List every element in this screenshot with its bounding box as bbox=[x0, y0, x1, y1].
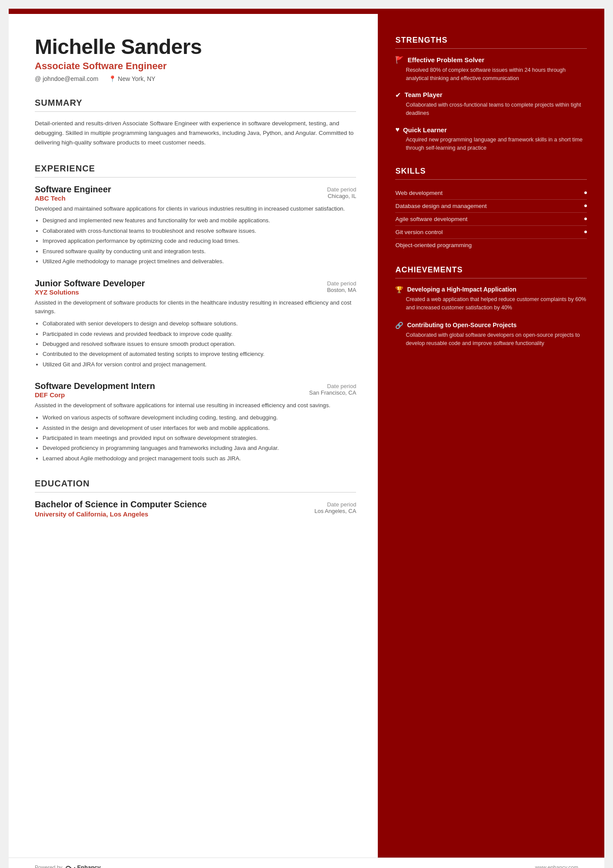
header-contact: @ johndoe@email.com 📍 New York, NY bbox=[35, 75, 356, 82]
job-1-title-block: Software Engineer ABC Tech bbox=[35, 184, 111, 202]
job-2-title: Junior Software Developer bbox=[35, 278, 145, 288]
strength-2-title: Team Player bbox=[404, 90, 442, 99]
experience-divider bbox=[35, 177, 356, 178]
job-1-desc: Developed and maintained software applic… bbox=[35, 204, 356, 214]
enhancv-icon bbox=[66, 865, 75, 868]
job-2-bullet-1: Collaborated with senior developers to d… bbox=[43, 319, 356, 328]
skill-item-4: Git version control bbox=[395, 226, 587, 239]
job-2-bullet-3: Debugged and resolved software issues to… bbox=[43, 339, 356, 349]
job-3-meta: Date period San Francisco, CA bbox=[309, 381, 356, 396]
skill-1-label: Web development bbox=[395, 190, 443, 196]
experience-section: EXPERIENCE Software Engineer ABC Tech Da… bbox=[35, 164, 356, 463]
skills-title: SKILLS bbox=[395, 167, 587, 176]
job-3-bullets: Worked on various aspects of software de… bbox=[35, 413, 356, 463]
job-2-date: Date period bbox=[327, 280, 356, 287]
skill-item-3: Agile software development bbox=[395, 213, 587, 226]
job-3-header: Software Development Intern DEF Corp Dat… bbox=[35, 381, 356, 399]
job-2-desc: Assisted in the development of software … bbox=[35, 298, 356, 317]
powered-by-label: Powered by bbox=[35, 865, 62, 868]
job-2-bullet-4: Contributed to the development of automa… bbox=[43, 349, 356, 359]
achievements-divider bbox=[395, 278, 587, 278]
education-section: EDUCATION Bachelor of Science in Compute… bbox=[35, 479, 356, 518]
summary-text: Detail-oriented and results-driven Assoc… bbox=[35, 119, 356, 148]
strengths-divider bbox=[395, 48, 587, 49]
achievement-1-title-row: 🏆 Developing a High-Impact Application bbox=[395, 285, 587, 294]
opensource-icon: 🔗 bbox=[395, 322, 403, 329]
left-column: Michelle Sanders Associate Software Engi… bbox=[9, 14, 378, 858]
strength-1-desc: Resolved 80% of complex software issues … bbox=[395, 66, 587, 83]
job-2-meta: Date period Boston, MA bbox=[327, 278, 356, 293]
right-sidebar: STRENGTHS 🚩 Effective Problem Solver Res… bbox=[378, 14, 604, 858]
email-value: johndoe@email.com bbox=[43, 75, 98, 82]
trophy-icon: 🏆 bbox=[395, 286, 403, 294]
skill-5-label: Object-oriented programming bbox=[395, 242, 472, 248]
quick-learner-icon: ♥ bbox=[395, 126, 400, 134]
achievement-item-1: 🏆 Developing a High-Impact Application C… bbox=[395, 285, 587, 312]
summary-title: SUMMARY bbox=[35, 98, 356, 108]
skills-divider bbox=[395, 179, 587, 180]
job-2-company: XYZ Solutions bbox=[35, 288, 145, 296]
job-1-bullets: Designed and implemented new features an… bbox=[35, 216, 356, 266]
footer: Powered by Enhancv www.enhancv.com bbox=[9, 858, 604, 868]
location-icon: 📍 bbox=[109, 75, 116, 82]
strength-1-title: Effective Problem Solver bbox=[407, 56, 484, 64]
location-contact: 📍 New York, NY bbox=[109, 75, 155, 82]
education-header: Bachelor of Science in Computer Science … bbox=[35, 499, 356, 518]
skills-section: SKILLS Web development Database design a… bbox=[395, 167, 587, 251]
job-3-location: San Francisco, CA bbox=[309, 389, 356, 396]
strength-3-title: Quick Learner bbox=[403, 126, 447, 134]
job-3-bullet-3: Participated in team meetings and provid… bbox=[43, 433, 356, 442]
strength-3-title-row: ♥ Quick Learner bbox=[395, 126, 587, 134]
job-3-bullet-1: Worked on various aspects of software de… bbox=[43, 413, 356, 422]
job-1-bullet-1: Designed and implemented new features an… bbox=[43, 216, 356, 225]
edu-school: University of California, Los Angeles bbox=[35, 510, 207, 518]
achievement-2-title: Contributing to Open-Source Projects bbox=[407, 321, 516, 329]
job-1-header: Software Engineer ABC Tech Date period C… bbox=[35, 184, 356, 202]
job-1-bullet-3: Improved application performance by opti… bbox=[43, 236, 356, 245]
achievement-2-title-row: 🔗 Contributing to Open-Source Projects bbox=[395, 321, 587, 329]
skill-2-dot bbox=[584, 204, 587, 207]
main-layout: Michelle Sanders Associate Software Engi… bbox=[9, 14, 604, 858]
enhancv-logo: Enhancv bbox=[66, 864, 100, 868]
job-1-bullet-2: Collaborated with cross-functional teams… bbox=[43, 226, 356, 235]
email-icon: @ bbox=[35, 75, 41, 82]
job-3-title-block: Software Development Intern DEF Corp bbox=[35, 381, 155, 399]
job-2-location: Boston, MA bbox=[327, 287, 356, 293]
education-divider bbox=[35, 492, 356, 493]
skill-3-dot bbox=[584, 218, 587, 220]
team-player-icon: ✔ bbox=[395, 91, 401, 99]
candidate-name: Michelle Sanders bbox=[35, 36, 356, 59]
strengths-title: STRENGTHS bbox=[395, 36, 587, 45]
education-meta: Date period Los Angeles, CA bbox=[314, 499, 356, 514]
skill-item-5: Object-oriented programming bbox=[395, 239, 587, 251]
job-3-title: Software Development Intern bbox=[35, 381, 155, 391]
achievement-2-desc: Collaborated with global software develo… bbox=[395, 331, 587, 348]
summary-divider bbox=[35, 111, 356, 112]
job-3-bullet-4: Developed proficiency in programming lan… bbox=[43, 443, 356, 452]
job-3-company: DEF Corp bbox=[35, 391, 155, 399]
education-title: EDUCATION bbox=[35, 479, 356, 489]
education-info: Bachelor of Science in Computer Science … bbox=[35, 499, 207, 518]
edu-degree: Bachelor of Science in Computer Science bbox=[35, 499, 207, 509]
skill-item-2: Database design and management bbox=[395, 200, 587, 213]
resume-wrapper: Michelle Sanders Associate Software Engi… bbox=[9, 9, 604, 868]
skill-4-label: Git version control bbox=[395, 229, 443, 235]
job-2-bullet-2: Participated in code reviews and provide… bbox=[43, 329, 356, 338]
header: Michelle Sanders Associate Software Engi… bbox=[35, 36, 356, 82]
strength-2-title-row: ✔ Team Player bbox=[395, 90, 587, 99]
enhancv-brand: Enhancv bbox=[77, 864, 100, 868]
job-1-company: ABC Tech bbox=[35, 194, 111, 202]
location-value: New York, NY bbox=[118, 75, 155, 82]
candidate-title: Associate Software Engineer bbox=[35, 60, 356, 72]
achievement-item-2: 🔗 Contributing to Open-Source Projects C… bbox=[395, 321, 587, 348]
job-3-bullet-2: Assisted in the design and development o… bbox=[43, 423, 356, 432]
job-entry-2: Junior Software Developer XYZ Solutions … bbox=[35, 278, 356, 369]
skill-1-dot bbox=[584, 191, 587, 194]
job-entry-1: Software Engineer ABC Tech Date period C… bbox=[35, 184, 356, 266]
job-1-title: Software Engineer bbox=[35, 184, 111, 194]
skill-item-1: Web development bbox=[395, 187, 587, 200]
achievement-1-title: Developing a High-Impact Application bbox=[407, 285, 516, 293]
achievements-title: ACHIEVEMENTS bbox=[395, 265, 587, 275]
job-1-bullet-5: Utilized Agile methodology to manage pro… bbox=[43, 257, 356, 266]
strength-3-desc: Acquired new programming language and fr… bbox=[395, 136, 587, 153]
